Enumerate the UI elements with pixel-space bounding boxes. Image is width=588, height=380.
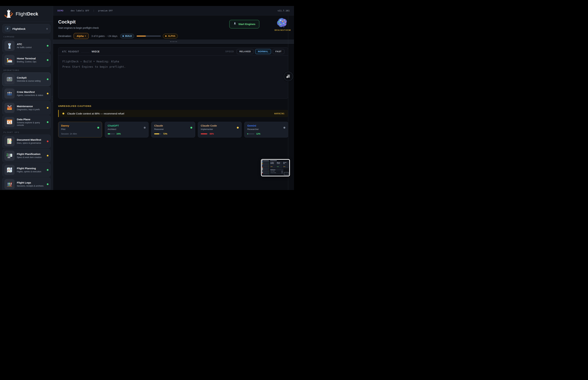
sidebar-item-crew-manifest[interactable]: Crew Manifest Agents, connections & stat… xyxy=(2,87,51,100)
atc-tower-icon xyxy=(4,41,15,51)
task-list-play-icon xyxy=(286,74,291,79)
status-dot xyxy=(47,59,49,61)
speed-normal-button[interactable]: NORMAL xyxy=(255,49,271,54)
speed-fast-button[interactable]: FAST xyxy=(273,49,284,54)
destination-row: Destination: Alpha ▾ 3 of 8 gates · ~24 … xyxy=(58,33,288,39)
sidebar-item-subtitle: Docs, specs & governance xyxy=(17,142,45,144)
context-usage-bar xyxy=(247,133,254,134)
sidebar-item-subtitle: Diagnostics, keys & prefs xyxy=(17,108,45,111)
phase-dot-icon xyxy=(122,35,124,37)
status-dot xyxy=(47,183,49,185)
caution-item[interactable]: Claude Code context at 88% — recommend r… xyxy=(58,110,288,117)
app-logo: FlightDeck xyxy=(0,6,53,22)
target-dot-icon xyxy=(165,35,167,37)
status-dot xyxy=(47,155,49,156)
sidebar-item-subtitle: Agents, connections & status xyxy=(17,94,45,97)
destination-dropdown[interactable]: Alpha ▾ xyxy=(74,33,89,39)
atc-readout-body: FlightDeck — Build • Heading: Alpha Pres… xyxy=(58,56,288,75)
screen-mini-preview[interactable]: Co-Pilot Briefing Mission Control Tactic… xyxy=(261,159,290,176)
status-dot xyxy=(47,121,49,123)
readout-drag-dots-icon: ....... xyxy=(81,51,90,53)
log-binders-icon xyxy=(4,179,15,189)
sidebar-item-flight-planning[interactable]: Flight Planning Flights, sprints & execu… xyxy=(2,163,51,177)
mini-preview-main: Co-Pilot Briefing Mission Control Tactic… xyxy=(269,160,289,176)
agent-card-gemini[interactable]: Gemini Researcher 12% xyxy=(244,122,288,137)
sidebar-item-subtitle: Specs & work item creation xyxy=(17,156,45,159)
caret-down-icon: ▾ xyxy=(85,35,86,37)
context-usage-bar xyxy=(201,133,208,134)
brainstorm-widget[interactable]: BRAINSTORM xyxy=(275,17,289,31)
panel-resize-handle[interactable] xyxy=(53,40,294,43)
sidebar-item-document-manifest[interactable]: Document Manifest Docs, specs & governan… xyxy=(2,134,51,148)
premium-toggle[interactable]: premium OFF xyxy=(98,9,113,12)
data-table-icon xyxy=(4,117,15,127)
brainstorm-brain-icon xyxy=(275,26,288,29)
sidebar-resize-handle[interactable] xyxy=(52,96,52,102)
agent-name: Danny xyxy=(61,124,99,127)
context-usage-pct: 12% xyxy=(256,133,260,135)
build-phase-badge: BUILD xyxy=(120,34,134,38)
sidebar-item-subtitle: Flights, sprints & execution xyxy=(17,171,45,173)
project-initial-badge: F xyxy=(5,26,10,32)
status-dot xyxy=(47,169,49,171)
sidebar-item-home-terminal[interactable]: Home Terminal Briefing, Control, Ops xyxy=(2,53,51,67)
agent-card-claude-code[interactable]: Claude Code Implementer 88% xyxy=(198,122,242,137)
sidebar-item-title: Flight Logs xyxy=(17,181,45,184)
sidebar-item-subtitle: Briefing, Control, Ops xyxy=(17,60,45,63)
context-usage-pct: 72% xyxy=(163,133,167,135)
agent-role: Architect xyxy=(108,128,146,131)
warning-dot-icon xyxy=(62,113,64,114)
speed-relaxed-button[interactable]: RELAXED xyxy=(237,49,253,54)
main-area: DEMO dev labels OFF | premium OFF v11.7.… xyxy=(53,6,294,190)
agent-card-claude[interactable]: Claude Reasoner 72% xyxy=(151,122,195,137)
sidebar-item-title: Maintenance xyxy=(17,105,45,108)
context-usage-bar xyxy=(108,133,115,134)
status-dot xyxy=(47,78,49,80)
agent-card-chatgpt[interactable]: ChatGPT Architect 34% xyxy=(105,122,149,137)
atc-panel-header: ATC READOUT ....... VOICE SPEED RELAXED … xyxy=(58,47,288,56)
dev-labels-toggle[interactable]: dev labels OFF xyxy=(71,9,89,12)
queue-drawer-button[interactable] xyxy=(284,72,293,81)
status-dot xyxy=(47,93,49,95)
content-area: ATC READOUT ....... VOICE SPEED RELAXED … xyxy=(53,47,294,137)
project-selector[interactable]: F FlightDeck ∨ xyxy=(2,24,51,33)
agent-role: Researcher xyxy=(247,128,285,131)
sidebar-item-atc[interactable]: ATC Air traffic control xyxy=(2,39,51,53)
sidebar-item-subtitle: Air traffic control xyxy=(17,46,45,49)
agent-role: Pilot xyxy=(61,128,99,131)
context-usage-pct: 34% xyxy=(116,133,121,135)
status-dot xyxy=(47,140,49,142)
caution-text: Claude Code context at 88% — recommend r… xyxy=(67,112,124,115)
sidebar-item-cockpit[interactable]: Cockpit Overview & course setting xyxy=(2,73,51,86)
sidebar-item-flight-planification[interactable]: Flight Planification Specs & work item c… xyxy=(2,149,51,162)
sidebar-item-data-plane[interactable]: Data Plane Schema explorer & query conso… xyxy=(2,115,51,129)
sidebar-item-subtitle: Overview & course setting xyxy=(17,80,45,82)
sidebar-item-title: Document Manifest xyxy=(17,138,45,141)
sidebar-item-subtitle: Sessions, receipts & archives xyxy=(17,185,45,187)
sidebar-item-subtitle: Schema explorer & query console xyxy=(17,121,45,127)
demo-badge: DEMO xyxy=(57,9,63,12)
mini-preferences-panel: Preferences Dev Labels Premium Mode xyxy=(270,169,283,174)
start-engines-button[interactable]: Start Engines xyxy=(229,20,259,28)
speed-label: SPEED xyxy=(226,50,234,53)
section-label-operations: OPERATIONS xyxy=(3,69,49,71)
mini-preview-sidebar xyxy=(262,160,269,176)
agent-status-dot xyxy=(190,127,192,129)
gates-summary: 3 of 8 gates · ~24 days xyxy=(91,35,117,38)
tab-voice[interactable]: VOICE xyxy=(92,50,100,53)
sidebar-item-flight-logs[interactable]: Flight Logs Sessions, receipts & archive… xyxy=(2,177,51,190)
brand-title: FlightDeck xyxy=(16,11,38,17)
chevron-down-icon: ∨ xyxy=(46,27,48,30)
unresolved-cautions-heading: UNRESOLVED CAUTIONS xyxy=(58,105,288,107)
sidebar-item-maintenance[interactable]: Maintenance Diagnostics, keys & prefs xyxy=(2,101,51,115)
app-window: FlightDeck F FlightDeck ∨ COMMAND xyxy=(0,0,294,190)
agents-row: Danny Pilot Session: 1h 48m ChatGPT Arch… xyxy=(58,122,288,137)
readout-line: FlightDeck — Build • Heading: Alpha xyxy=(62,60,284,63)
manifest-book-icon xyxy=(4,136,15,147)
status-dot xyxy=(47,45,49,47)
section-label-command: COMMAND xyxy=(3,36,49,38)
mini-card: Co-Pilot Briefing xyxy=(270,162,276,168)
page-header: Cockpit Start engines to begin preflight… xyxy=(53,16,294,40)
status-dot xyxy=(47,107,49,109)
agent-card-danny[interactable]: Danny Pilot Session: 1h 48m xyxy=(58,122,102,137)
